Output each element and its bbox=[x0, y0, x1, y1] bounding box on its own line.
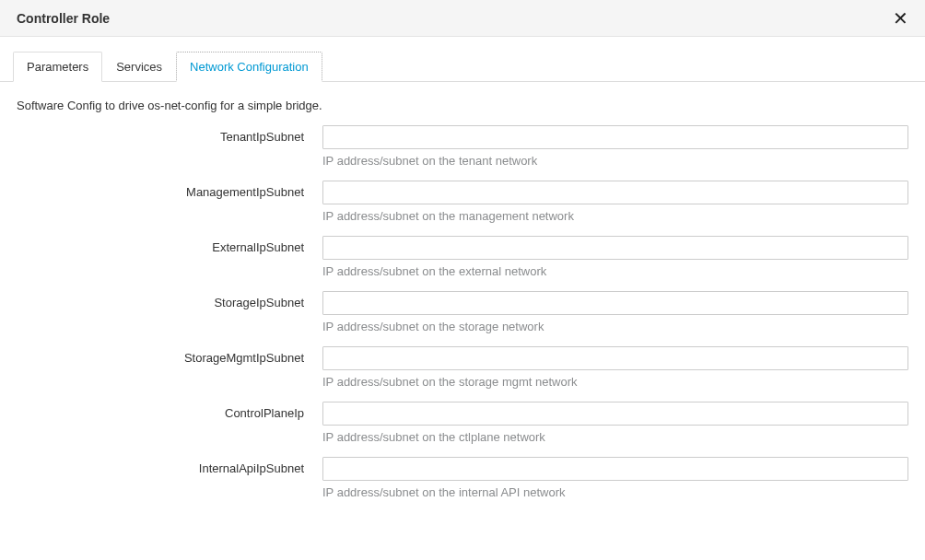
tabs-list: Parameters Services Network Configuratio… bbox=[13, 52, 925, 82]
tab-parameters[interactable]: Parameters bbox=[13, 52, 102, 82]
field-wrapper: IP address/subnet on the external networ… bbox=[322, 236, 908, 278]
storage-ip-subnet-input[interactable] bbox=[322, 291, 908, 315]
field-help: IP address/subnet on the tenant network bbox=[322, 154, 908, 168]
form-row-control-plane-ip: ControlPlaneIp IP address/subnet on the … bbox=[17, 402, 908, 444]
internal-api-ip-subnet-input[interactable] bbox=[322, 457, 908, 481]
close-icon[interactable]: ✕ bbox=[891, 9, 910, 28]
tab-label: Parameters bbox=[27, 60, 88, 74]
field-wrapper: IP address/subnet on the storage network bbox=[322, 291, 908, 333]
form-row-internal-api-ip-subnet: InternalApiIpSubnet IP address/subnet on… bbox=[17, 457, 908, 499]
field-label: StorageMgmtIpSubnet bbox=[17, 346, 322, 365]
field-help: IP address/subnet on the internal API ne… bbox=[322, 485, 908, 499]
content-area: Software Config to drive os-net-config f… bbox=[0, 82, 925, 499]
field-wrapper: IP address/subnet on the ctlplane networ… bbox=[322, 402, 908, 444]
external-ip-subnet-input[interactable] bbox=[322, 236, 908, 260]
field-help: IP address/subnet on the ctlplane networ… bbox=[322, 430, 908, 444]
control-plane-ip-input[interactable] bbox=[322, 402, 908, 426]
field-label: StorageIpSubnet bbox=[17, 291, 322, 309]
field-help: IP address/subnet on the management netw… bbox=[322, 209, 908, 223]
field-wrapper: IP address/subnet on the storage mgmt ne… bbox=[322, 346, 908, 389]
management-ip-subnet-input[interactable] bbox=[322, 181, 908, 204]
field-label: ManagementIpSubnet bbox=[17, 181, 322, 199]
field-wrapper: IP address/subnet on the tenant network bbox=[322, 125, 908, 168]
tenant-ip-subnet-input[interactable] bbox=[322, 125, 908, 149]
field-wrapper: IP address/subnet on the management netw… bbox=[322, 181, 908, 223]
form-row-external-ip-subnet: ExternalIpSubnet IP address/subnet on th… bbox=[17, 236, 908, 278]
tab-label: Network Configuration bbox=[190, 60, 309, 74]
field-label: ExternalIpSubnet bbox=[17, 236, 322, 254]
storage-mgmt-ip-subnet-input[interactable] bbox=[322, 346, 908, 370]
config-description: Software Config to drive os-net-config f… bbox=[17, 99, 908, 112]
field-label: InternalApiIpSubnet bbox=[17, 457, 322, 475]
form-row-management-ip-subnet: ManagementIpSubnet IP address/subnet on … bbox=[17, 181, 908, 223]
field-help: IP address/subnet on the external networ… bbox=[322, 264, 908, 278]
field-label: TenantIpSubnet bbox=[17, 125, 322, 144]
dialog-header: Controller Role ✕ bbox=[0, 0, 925, 37]
tab-label: Services bbox=[116, 60, 162, 74]
tab-network-configuration[interactable]: Network Configuration bbox=[176, 52, 322, 82]
field-help: IP address/subnet on the storage mgmt ne… bbox=[322, 375, 908, 389]
field-label: ControlPlaneIp bbox=[17, 402, 322, 420]
tabs-container: Parameters Services Network Configuratio… bbox=[0, 37, 925, 82]
form-row-tenant-ip-subnet: TenantIpSubnet IP address/subnet on the … bbox=[17, 125, 908, 168]
form-row-storage-mgmt-ip-subnet: StorageMgmtIpSubnet IP address/subnet on… bbox=[17, 346, 908, 389]
dialog-title: Controller Role bbox=[17, 11, 110, 26]
field-wrapper: IP address/subnet on the internal API ne… bbox=[322, 457, 908, 499]
field-help: IP address/subnet on the storage network bbox=[322, 320, 908, 333]
form-row-storage-ip-subnet: StorageIpSubnet IP address/subnet on the… bbox=[17, 291, 908, 333]
tab-services[interactable]: Services bbox=[102, 52, 176, 82]
